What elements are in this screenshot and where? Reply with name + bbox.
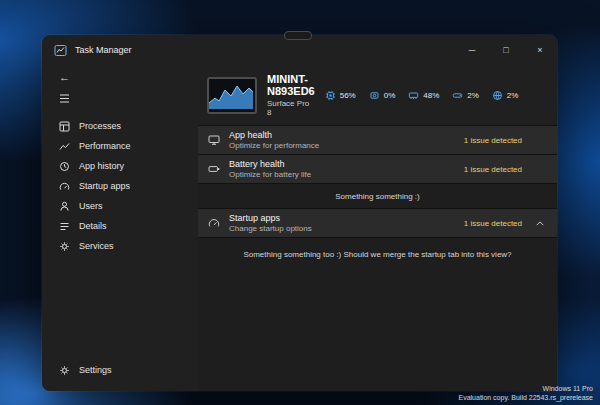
battery-expanded-note: Something something :) xyxy=(198,184,557,208)
memory-icon xyxy=(408,90,419,101)
sidebar-item-label: Users xyxy=(79,201,103,211)
maximize-button[interactable]: □ xyxy=(489,35,523,65)
hamburger-icon xyxy=(59,93,70,104)
sidebar-item-performance[interactable]: Performance xyxy=(42,136,198,156)
row-title: App health xyxy=(229,130,319,140)
back-button[interactable]: ← xyxy=(42,65,198,85)
disk-icon xyxy=(452,90,463,101)
evaluation-watermark: Windows 11 Pro Evaluation copy. Build 22… xyxy=(458,384,593,402)
resource-stats: 56% 0% 48% 2% xyxy=(325,90,557,101)
status-badge: 1 issue detected xyxy=(464,219,522,228)
cpu-value: 56% xyxy=(340,91,356,100)
window-body: ← Processes Performance App history xyxy=(42,65,557,391)
window-drag-handle[interactable] xyxy=(284,31,312,40)
watermark-line1: Windows 11 Pro xyxy=(458,384,593,393)
sidebar-item-users[interactable]: Users xyxy=(42,196,198,216)
sidebar-item-label: Settings xyxy=(79,365,112,375)
user-icon xyxy=(59,201,70,212)
gauge-icon xyxy=(208,217,220,229)
sidebar-item-startup-apps[interactable]: Startup apps xyxy=(42,176,198,196)
sidebar-item-app-history[interactable]: App history xyxy=(42,156,198,176)
row-subtitle: Optimize for battery life xyxy=(229,170,311,179)
row-text: Battery health Optimize for battery life xyxy=(229,159,311,179)
startup-expanded-note: Something something too :) Should we mer… xyxy=(198,238,557,391)
disk-value: 2% xyxy=(467,91,479,100)
minimize-button[interactable]: ─ xyxy=(455,35,489,65)
monitor-icon xyxy=(208,134,220,146)
cpu-icon xyxy=(325,90,336,101)
watermark-line2: Evaluation copy. Build 22543.rs_prerelea… xyxy=(458,393,593,402)
task-manager-app-icon xyxy=(54,44,67,57)
sidebar-item-label: Services xyxy=(79,241,114,251)
window-title: Task Manager xyxy=(75,45,132,55)
device-header: MININT-N893ED6 Surface Pro 8 56% 0% 48% xyxy=(198,65,557,125)
sidebar: ← Processes Performance App history xyxy=(42,65,198,391)
sidebar-item-label: Startup apps xyxy=(79,181,130,191)
clock-history-icon xyxy=(59,161,70,172)
window-controls: ─ □ × xyxy=(455,35,557,65)
row-title: Battery health xyxy=(229,159,311,169)
sidebar-item-services[interactable]: Services xyxy=(42,236,198,256)
status-badge: 1 issue detected xyxy=(464,136,522,145)
health-row-app[interactable]: App health Optimize for performance 1 is… xyxy=(198,126,557,154)
memory-stat[interactable]: 48% xyxy=(408,90,439,101)
row-subtitle: Optimize for performance xyxy=(229,141,319,150)
health-row-startup[interactable]: Startup apps Change startup options 1 is… xyxy=(198,209,557,237)
services-gear-icon xyxy=(59,241,70,252)
processes-icon xyxy=(59,121,70,132)
globe-icon xyxy=(492,90,503,101)
health-row-battery[interactable]: Battery health Optimize for battery life… xyxy=(198,155,557,183)
cpu-stat[interactable]: 56% xyxy=(325,90,356,101)
sidebar-item-label: Details xyxy=(79,221,107,231)
row-subtitle: Change startup options xyxy=(229,224,312,233)
close-button[interactable]: × xyxy=(523,35,557,65)
status-badge: 1 issue detected xyxy=(464,165,522,174)
sidebar-item-settings[interactable]: Settings xyxy=(42,360,215,380)
sidebar-item-label: Performance xyxy=(79,141,131,151)
performance-icon xyxy=(59,141,70,152)
gpu-icon xyxy=(369,90,380,101)
sidebar-item-details[interactable]: Details xyxy=(42,216,198,236)
network-value: 2% xyxy=(507,91,519,100)
device-name: MININT-N893ED6 xyxy=(267,73,315,97)
sidebar-nav: Processes Performance App history Startu… xyxy=(42,116,198,256)
settings-gear-icon xyxy=(59,365,70,376)
network-stat[interactable]: 2% xyxy=(492,90,519,101)
sidebar-item-label: Processes xyxy=(79,121,121,131)
gpu-stat[interactable]: 0% xyxy=(369,90,396,101)
sidebar-item-processes[interactable]: Processes xyxy=(42,116,198,136)
list-icon xyxy=(59,221,70,232)
device-info: MININT-N893ED6 Surface Pro 8 xyxy=(267,73,315,117)
gauge-icon xyxy=(59,181,70,192)
performance-thumbnail[interactable] xyxy=(207,77,257,114)
sidebar-item-label: App history xyxy=(79,161,124,171)
row-title: Startup apps xyxy=(229,213,312,223)
chevron-up-icon[interactable] xyxy=(531,221,549,226)
hamburger-menu-button[interactable] xyxy=(42,85,198,108)
gpu-value: 0% xyxy=(384,91,396,100)
content-pane: MININT-N893ED6 Surface Pro 8 56% 0% 48% xyxy=(198,65,557,391)
task-manager-window: Task Manager ─ □ × ← Processes Performan… xyxy=(42,35,557,391)
disk-stat[interactable]: 2% xyxy=(452,90,479,101)
row-text: App health Optimize for performance xyxy=(229,130,319,150)
row-text: Startup apps Change startup options xyxy=(229,213,312,233)
battery-icon xyxy=(208,163,220,175)
device-model: Surface Pro 8 xyxy=(267,99,315,117)
memory-value: 48% xyxy=(423,91,439,100)
